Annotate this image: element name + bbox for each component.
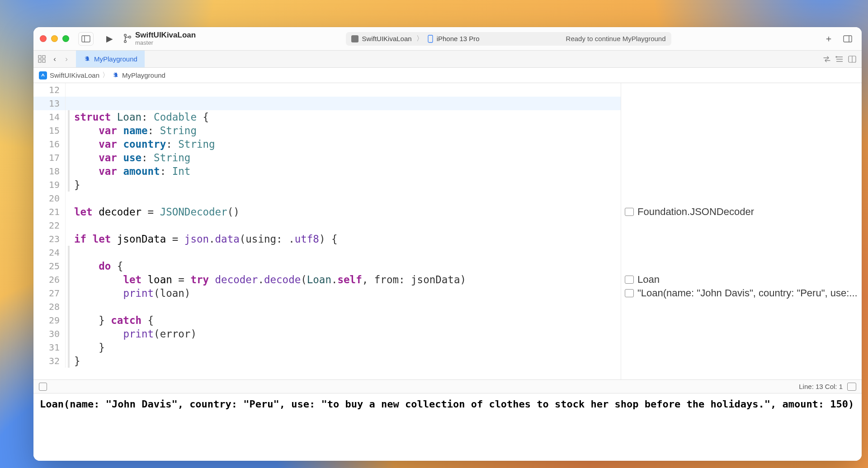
fold-ribbon[interactable]: [65, 327, 70, 341]
fold-ribbon[interactable]: [65, 259, 70, 273]
code-content[interactable]: var country: String: [74, 137, 215, 151]
fold-ribbon[interactable]: [65, 192, 70, 205]
result-annotation[interactable]: Foundation.JSONDecoder: [625, 205, 858, 219]
breadcrumb[interactable]: SwiftUIKivaLoan 〉 MyPlayground: [33, 68, 862, 83]
code-line[interactable]: 24: [33, 246, 621, 259]
code-content[interactable]: }: [74, 178, 80, 192]
code-line[interactable]: 15 var name: String: [33, 124, 621, 137]
code-line[interactable]: 25 do {: [33, 259, 621, 273]
code-line[interactable]: 18 var amount: Int: [33, 164, 621, 178]
toggle-variables-view-button[interactable]: [847, 383, 856, 391]
code-line[interactable]: 14struct Loan: Codable {: [33, 110, 621, 124]
minimize-window-button[interactable]: [51, 35, 58, 42]
code-content[interactable]: } catch {: [74, 314, 154, 327]
code-line[interactable]: 29 } catch {: [33, 314, 621, 327]
code-content[interactable]: if let jsonData = json.data(using: .utf8…: [74, 232, 338, 246]
code-content[interactable]: var name: String: [74, 124, 197, 137]
fold-ribbon[interactable]: [65, 151, 70, 164]
code-line[interactable]: 26 let loan = try decoder.decode(Loan.se…: [33, 273, 621, 286]
code-line[interactable]: 22: [33, 219, 621, 232]
code-content[interactable]: print(loan): [74, 286, 190, 300]
crumb-0[interactable]: SwiftUIKivaLoan: [50, 71, 99, 79]
line-number: 12: [33, 83, 65, 97]
fold-ribbon[interactable]: [65, 314, 70, 327]
code-content[interactable]: print(error): [74, 327, 197, 341]
fold-ribbon[interactable]: [65, 246, 70, 259]
window-controls: [40, 35, 69, 42]
swift-file-icon: [112, 71, 119, 79]
fold-ribbon[interactable]: [65, 286, 70, 300]
code-line[interactable]: 27 print(loan): [33, 286, 621, 300]
library-button[interactable]: ＋: [821, 32, 836, 46]
fold-ribbon[interactable]: [65, 97, 70, 110]
svg-rect-9: [42, 56, 45, 58]
quicklook-icon[interactable]: [625, 208, 634, 216]
code-content[interactable]: var amount: Int: [74, 164, 190, 178]
code-line[interactable]: 20: [33, 192, 621, 205]
code-content[interactable]: }: [74, 341, 105, 354]
code-content[interactable]: do {: [74, 259, 123, 273]
quicklook-icon[interactable]: [625, 276, 634, 284]
console-output[interactable]: Loan(name: "John Davis", country: "Peru"…: [33, 393, 862, 461]
svg-rect-10: [38, 60, 41, 62]
toggle-debug-button[interactable]: [39, 383, 47, 391]
tab-myplayground[interactable]: MyPlayground: [76, 51, 145, 67]
svg-rect-8: [38, 56, 41, 58]
fold-ribbon[interactable]: [65, 164, 70, 178]
close-window-button[interactable]: [40, 35, 47, 42]
play-icon: ▶: [106, 33, 113, 44]
code-line[interactable]: 13: [33, 97, 621, 110]
fold-ribbon[interactable]: [65, 354, 70, 368]
code-line[interactable]: 17 var use: String: [33, 151, 621, 164]
fold-ribbon[interactable]: [65, 178, 70, 192]
add-editor-button[interactable]: [848, 56, 856, 63]
scheme-project-cluster[interactable]: SwiftUIKivaLoan master: [123, 31, 196, 46]
code-content[interactable]: }: [74, 354, 80, 368]
toggle-navigator-button[interactable]: [78, 32, 94, 46]
branch-name: master: [135, 40, 196, 47]
fold-ribbon[interactable]: [65, 124, 70, 137]
code-content[interactable]: let loan = try decoder.decode(Loan.self,…: [74, 273, 466, 286]
grid-icon: [38, 55, 46, 63]
related-items-button[interactable]: [38, 55, 48, 63]
fold-ribbon[interactable]: [65, 300, 70, 314]
refresh-button[interactable]: [823, 56, 831, 63]
source-editor[interactable]: 121314struct Loan: Codable {15 var name:…: [33, 83, 621, 379]
result-annotation[interactable]: "Loan(name: "John Davis", country: "Peru…: [625, 286, 858, 300]
code-line[interactable]: 31 }: [33, 341, 621, 354]
toggle-inspectors-button[interactable]: [840, 32, 855, 46]
scheme-selector[interactable]: SwiftUIKivaLoan 〉 iPhone 13 Pro Ready to…: [346, 32, 671, 46]
code-content[interactable]: var use: String: [74, 151, 190, 164]
fold-ribbon[interactable]: [65, 83, 70, 97]
code-content[interactable]: let decoder = JSONDecoder(): [74, 205, 240, 219]
run-button[interactable]: ▶: [102, 32, 117, 46]
fold-ribbon[interactable]: [65, 232, 70, 246]
line-number: 16: [33, 137, 65, 151]
nav-forward-button[interactable]: ›: [61, 55, 71, 64]
quicklook-icon[interactable]: [625, 289, 634, 297]
fold-ribbon[interactable]: [65, 205, 70, 219]
project-icon: [39, 71, 47, 80]
debug-bar: Line: 13 Col: 1: [33, 379, 862, 393]
zoom-window-button[interactable]: [62, 35, 69, 42]
code-content[interactable]: struct Loan: Codable {: [74, 110, 209, 124]
line-number: 15: [33, 124, 65, 137]
code-line[interactable]: 23if let jsonData = json.data(using: .ut…: [33, 232, 621, 246]
code-line[interactable]: 12: [33, 83, 621, 97]
fold-ribbon[interactable]: [65, 273, 70, 286]
fold-ribbon[interactable]: [65, 110, 70, 124]
fold-ribbon[interactable]: [65, 341, 70, 354]
code-line[interactable]: 19}: [33, 178, 621, 192]
adjust-editor-options-button[interactable]: [835, 56, 844, 63]
code-line[interactable]: 21let decoder = JSONDecoder(): [33, 205, 621, 219]
nav-back-button[interactable]: ‹: [50, 55, 60, 64]
code-line[interactable]: 30 print(error): [33, 327, 621, 341]
code-line[interactable]: 32}: [33, 354, 621, 368]
code-line[interactable]: 16 var country: String: [33, 137, 621, 151]
fold-ribbon[interactable]: [65, 219, 70, 232]
fold-ribbon[interactable]: [65, 137, 70, 151]
crumb-1[interactable]: MyPlayground: [122, 71, 165, 79]
result-annotation[interactable]: Loan: [625, 273, 858, 286]
app-icon: [351, 35, 359, 42]
code-line[interactable]: 28: [33, 300, 621, 314]
